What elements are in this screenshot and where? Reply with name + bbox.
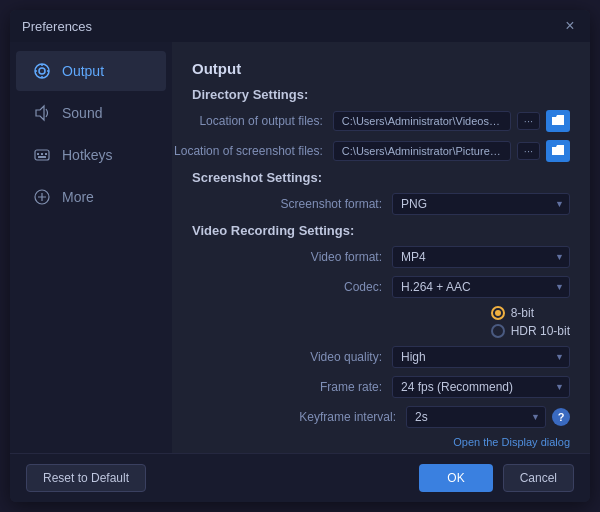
screenshot-format-select[interactable]: PNG JPG BMP xyxy=(392,193,570,215)
close-button[interactable]: × xyxy=(562,18,578,34)
output-icon xyxy=(32,61,52,81)
keyframe-control: 2s 5s 10s ? xyxy=(406,406,570,428)
svg-point-0 xyxy=(35,64,49,78)
open-display-dialog-link[interactable]: Open the Display dialog xyxy=(192,436,570,448)
keyframe-row: Keyframe interval: 2s 5s 10s ? xyxy=(192,406,570,428)
sidebar-more-label: More xyxy=(62,189,94,205)
svg-marker-6 xyxy=(36,106,44,120)
sidebar-item-sound[interactable]: Sound xyxy=(16,93,166,133)
screenshot-format-label: Screenshot format: xyxy=(232,197,382,211)
framerate-row: Frame rate: 24 fps (Recommend) 30 fps 60… xyxy=(192,376,570,398)
sidebar-output-label: Output xyxy=(62,63,104,79)
footer-actions: OK Cancel xyxy=(419,464,574,492)
framerate-control: 24 fps (Recommend) 30 fps 60 fps xyxy=(392,376,570,398)
output-files-label: Location of output files: xyxy=(173,114,323,128)
svg-rect-8 xyxy=(37,153,39,155)
sidebar-item-output[interactable]: Output xyxy=(16,51,166,91)
keyframe-select[interactable]: 2s 5s 10s xyxy=(406,406,546,428)
screenshot-folder-button[interactable] xyxy=(546,140,570,162)
main-content: Output Sound xyxy=(10,42,590,453)
hotkeys-icon xyxy=(32,145,52,165)
output-dots-button[interactable]: ··· xyxy=(517,112,540,130)
page-title: Output xyxy=(192,60,570,77)
video-quality-control: High Medium Low xyxy=(392,346,570,368)
video-quality-wrap: High Medium Low xyxy=(392,346,570,368)
video-codec-label: Codec: xyxy=(232,280,382,294)
screenshot-format-control: PNG JPG BMP xyxy=(392,193,570,215)
svg-rect-9 xyxy=(41,153,43,155)
keyframe-label: Keyframe interval: xyxy=(246,410,396,424)
hdr-radio-row[interactable]: HDR 10-bit xyxy=(491,324,570,338)
video-codec-row: Codec: H.264 + AAC H.265 + AAC VP9 xyxy=(192,276,570,298)
screenshot-format-row: Screenshot format: PNG JPG BMP xyxy=(192,193,570,215)
screenshot-heading: Screenshot Settings: xyxy=(192,170,570,185)
bitdepth-row: 8-bit HDR 10-bit xyxy=(192,306,570,338)
reset-button[interactable]: Reset to Default xyxy=(26,464,146,492)
svg-rect-10 xyxy=(45,153,47,155)
screenshot-path-field: C:\Users\Administrator\Pictures\Ar xyxy=(333,141,511,161)
sidebar: Output Sound xyxy=(10,42,172,453)
sound-icon xyxy=(32,103,52,123)
footer: Reset to Default OK Cancel xyxy=(10,453,590,502)
screenshot-dots-button[interactable]: ··· xyxy=(517,142,540,160)
titlebar: Preferences × xyxy=(10,10,590,42)
sidebar-sound-label: Sound xyxy=(62,105,102,121)
output-folder-button[interactable] xyxy=(546,110,570,132)
open-dialog-container: Open the Display dialog xyxy=(192,436,570,448)
ok-button[interactable]: OK xyxy=(419,464,492,492)
video-heading: Video Recording Settings: xyxy=(192,223,570,238)
video-format-row: Video format: MP4 AVI MOV xyxy=(192,246,570,268)
video-codec-wrap: H.264 + AAC H.265 + AAC VP9 xyxy=(392,276,570,298)
video-format-control: MP4 AVI MOV xyxy=(392,246,570,268)
video-quality-select[interactable]: High Medium Low xyxy=(392,346,570,368)
video-codec-select[interactable]: H.264 + AAC H.265 + AAC VP9 xyxy=(392,276,570,298)
svg-point-1 xyxy=(39,68,45,74)
video-quality-row: Video quality: High Medium Low xyxy=(192,346,570,368)
keyframe-wrap: 2s 5s 10s xyxy=(406,406,546,428)
output-files-row: Location of output files: C:\Users\Admin… xyxy=(192,110,570,132)
sidebar-hotkeys-label: Hotkeys xyxy=(62,147,113,163)
right-panel: Output Directory Settings: Location of o… xyxy=(172,42,590,453)
more-icon xyxy=(32,187,52,207)
directory-heading: Directory Settings: xyxy=(192,87,570,102)
keyframe-inner: 2s 5s 10s ? xyxy=(406,406,570,428)
keyframe-help-button[interactable]: ? xyxy=(552,408,570,426)
hdr-label: HDR 10-bit xyxy=(511,324,570,338)
cancel-button[interactable]: Cancel xyxy=(503,464,574,492)
video-format-select[interactable]: MP4 AVI MOV xyxy=(392,246,570,268)
framerate-wrap: 24 fps (Recommend) 30 fps 60 fps xyxy=(392,376,570,398)
8bit-radio[interactable] xyxy=(491,306,505,320)
screenshot-format-wrap: PNG JPG BMP xyxy=(392,193,570,215)
framerate-select[interactable]: 24 fps (Recommend) 30 fps 60 fps xyxy=(392,376,570,398)
hdr-radio[interactable] xyxy=(491,324,505,338)
bitdepth-radio-group: 8-bit HDR 10-bit xyxy=(491,306,570,338)
screenshot-files-row: Location of screenshot files: C:\Users\A… xyxy=(192,140,570,162)
screenshot-files-control: C:\Users\Administrator\Pictures\Ar ··· xyxy=(333,140,570,162)
video-format-label: Video format: xyxy=(232,250,382,264)
video-codec-control: H.264 + AAC H.265 + AAC VP9 xyxy=(392,276,570,298)
preferences-dialog: Preferences × Output xyxy=(10,10,590,502)
output-files-control: C:\Users\Administrator\Videos\Am ··· xyxy=(333,110,570,132)
8bit-label: 8-bit xyxy=(511,306,534,320)
svg-rect-11 xyxy=(38,156,46,158)
screenshot-files-label: Location of screenshot files: xyxy=(173,144,323,158)
bitdepth-control: 8-bit HDR 10-bit xyxy=(491,306,570,338)
framerate-label: Frame rate: xyxy=(232,380,382,394)
video-format-wrap: MP4 AVI MOV xyxy=(392,246,570,268)
video-quality-label: Video quality: xyxy=(232,350,382,364)
output-path-field: C:\Users\Administrator\Videos\Am xyxy=(333,111,511,131)
sidebar-item-more[interactable]: More xyxy=(16,177,166,217)
dialog-title: Preferences xyxy=(22,19,92,34)
sidebar-item-hotkeys[interactable]: Hotkeys xyxy=(16,135,166,175)
8bit-radio-row[interactable]: 8-bit xyxy=(491,306,570,320)
